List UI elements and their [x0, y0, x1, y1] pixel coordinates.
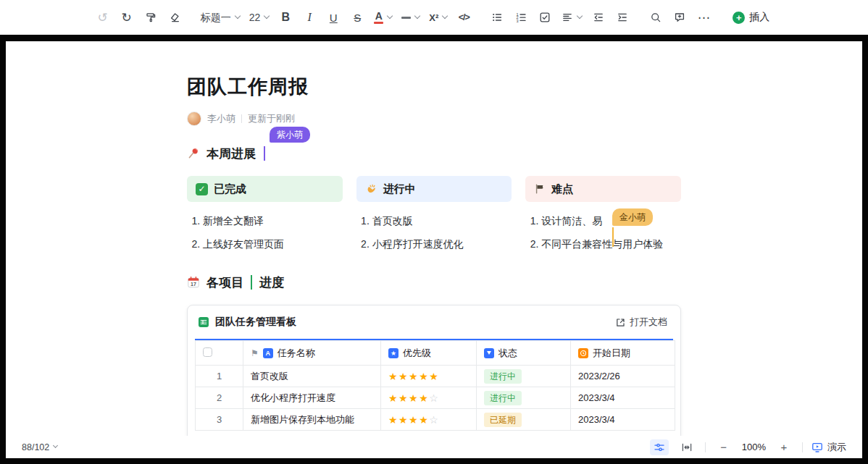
plus-circle-icon: + [733, 12, 745, 24]
priority-cell[interactable]: ★★★★☆ [381, 409, 477, 431]
document-frame: 团队工作周报 李小萌 更新于刚刚 本周进展 ✓ 已完成 进行中 [0, 35, 868, 464]
table-row[interactable]: 2 优化小程序打开速度 ★★★★☆ 进行中 2023/3/4 [196, 387, 675, 409]
open-document-link[interactable]: 打开文档 [612, 313, 670, 331]
flag-icon [534, 183, 546, 195]
status-bar: 88/102 − 100% + 演示 [6, 436, 862, 458]
insert-button[interactable]: + 插入 [727, 7, 775, 28]
zoom-in-button[interactable]: + [775, 439, 793, 455]
divider [802, 442, 803, 452]
author-avatar[interactable] [187, 111, 201, 126]
select-all-checkbox[interactable] [203, 347, 212, 357]
table-row[interactable]: 3 新增图片保存到本地功能 ★★★★☆ 已延期 2023/3/4 [196, 409, 675, 431]
chevron-down-icon [414, 13, 420, 19]
table-row[interactable]: 1 首页改版 ★★★★★ 进行中 2023/2/26 [196, 366, 675, 387]
strikethrough-icon: S [354, 12, 361, 23]
superscript-dropdown[interactable]: X² [426, 7, 450, 28]
status-cell[interactable]: 进行中 [477, 387, 571, 409]
task-name-cell[interactable]: 优化小程序打开速度 [243, 387, 381, 409]
underline-button[interactable]: U [323, 7, 343, 28]
flag-small-icon: ⚑ [251, 348, 259, 358]
numbered-list-icon: 123 [515, 12, 527, 23]
numbered-list-button[interactable]: 123 [511, 7, 531, 28]
fit-width-button[interactable] [677, 439, 696, 455]
chevron-down-icon [53, 443, 58, 448]
font-size-dropdown[interactable]: 22 [246, 7, 272, 28]
column-header-status[interactable]: 状态 [477, 341, 571, 366]
select-all-header [196, 341, 243, 366]
priority-cell[interactable]: ★★★★★ [381, 366, 477, 387]
list-item[interactable]: 上线好友管理页面 [203, 232, 343, 256]
status-badge: 进行中 [484, 369, 522, 384]
search-icon [650, 12, 662, 23]
section-weekly-progress-heading[interactable]: 本周进展 [187, 145, 681, 161]
divider [705, 442, 706, 452]
add-comment-button[interactable] [669, 7, 690, 28]
status-cell[interactable]: 已延期 [477, 409, 571, 431]
page-settings-button[interactable] [650, 439, 669, 455]
highlight-color-dropdown[interactable] [398, 7, 422, 28]
list-item[interactable]: 新增全文翻译 [203, 209, 343, 232]
list-item[interactable]: 设计简洁、易 [541, 209, 681, 232]
clear-format-button[interactable] [164, 7, 185, 28]
more-icon: ⋯ [698, 12, 710, 24]
embed-title: 团队任务管理看板 [215, 316, 296, 329]
open-external-icon [615, 317, 626, 328]
redo-button[interactable]: ↻ [117, 7, 137, 28]
check-icon: ✓ [196, 183, 208, 195]
zoom-level[interactable]: 100% [742, 442, 766, 452]
bullet-list-icon [491, 12, 503, 23]
bullet-list-button[interactable] [487, 7, 507, 28]
column-header-name[interactable]: ⚑ A 任务名称 [243, 341, 381, 366]
italic-button[interactable]: I [299, 7, 320, 28]
format-painter-button[interactable] [141, 7, 161, 28]
document-canvas[interactable]: 团队工作周报 李小萌 更新于刚刚 本周进展 ✓ 已完成 进行中 [6, 41, 862, 436]
task-list-button[interactable] [535, 7, 555, 28]
column-header-priority[interactable]: ★ 优先级 [381, 341, 477, 366]
doc-title[interactable]: 团队工作周报 [187, 76, 681, 98]
status-cell[interactable]: 进行中 [477, 366, 571, 387]
date-cell[interactable]: 2023/2/26 [571, 366, 675, 387]
font-color-icon: A [374, 11, 383, 24]
list-item[interactable]: 首页改版 [372, 209, 512, 232]
format-painter-icon [145, 12, 157, 23]
undo-button[interactable]: ↺ [93, 7, 113, 28]
completed-list: 新增全文翻译 上线好友管理页面 [187, 209, 343, 256]
embedded-sheet-card[interactable]: 团队任务管理看板 打开文档 [187, 305, 681, 436]
spreadsheet-icon [198, 316, 209, 328]
calendar-icon: 17 [187, 276, 200, 289]
orange-text-caret [612, 227, 614, 247]
strikethrough-button[interactable]: S [347, 7, 367, 28]
bold-button[interactable]: B [275, 7, 296, 28]
list-item[interactable]: 不同平台兼容性与用户体验 [541, 232, 681, 256]
more-tools-button[interactable]: ⋯ [693, 7, 714, 28]
word-count-dropdown[interactable]: 88/102 [22, 442, 57, 452]
search-button[interactable] [646, 7, 666, 28]
undo-icon: ↺ [98, 12, 108, 24]
card-completed[interactable]: ✓ 已完成 [187, 176, 343, 202]
outdent-button[interactable] [588, 7, 609, 28]
date-cell[interactable]: 2023/3/4 [571, 387, 675, 409]
in-progress-list: 首页改版 小程序打开速度优化 [356, 209, 512, 256]
date-cell[interactable]: 2023/3/4 [571, 409, 675, 431]
card-in-progress[interactable]: 进行中 [356, 176, 512, 202]
font-color-dropdown[interactable]: A [371, 7, 395, 28]
indent-button[interactable] [612, 7, 633, 28]
column-header-date[interactable]: 开始日期 [571, 341, 675, 366]
present-button[interactable]: 演示 [811, 441, 846, 454]
list-item[interactable]: 小程序打开速度优化 [372, 232, 512, 256]
code-block-button[interactable]: </> [454, 7, 474, 28]
section-projects-heading[interactable]: 17 各项目进度 [187, 274, 681, 290]
meta-divider [241, 114, 242, 123]
card-difficulties[interactable]: 难点 [525, 176, 681, 202]
heading-style-dropdown[interactable]: 标题一 [198, 7, 243, 28]
updated-timestamp: 更新于刚刚 [248, 112, 295, 125]
alignment-dropdown[interactable] [559, 7, 585, 28]
view-controls: − 100% + 演示 [650, 439, 846, 455]
outdent-icon [593, 12, 604, 23]
zoom-out-button[interactable]: − [714, 439, 733, 455]
task-name-cell[interactable]: 首页改版 [243, 366, 381, 387]
task-name-cell[interactable]: 新增图片保存到本地功能 [243, 409, 381, 431]
task-list-icon [539, 12, 551, 23]
chevron-down-icon [442, 13, 448, 19]
priority-cell[interactable]: ★★★★☆ [381, 387, 477, 409]
